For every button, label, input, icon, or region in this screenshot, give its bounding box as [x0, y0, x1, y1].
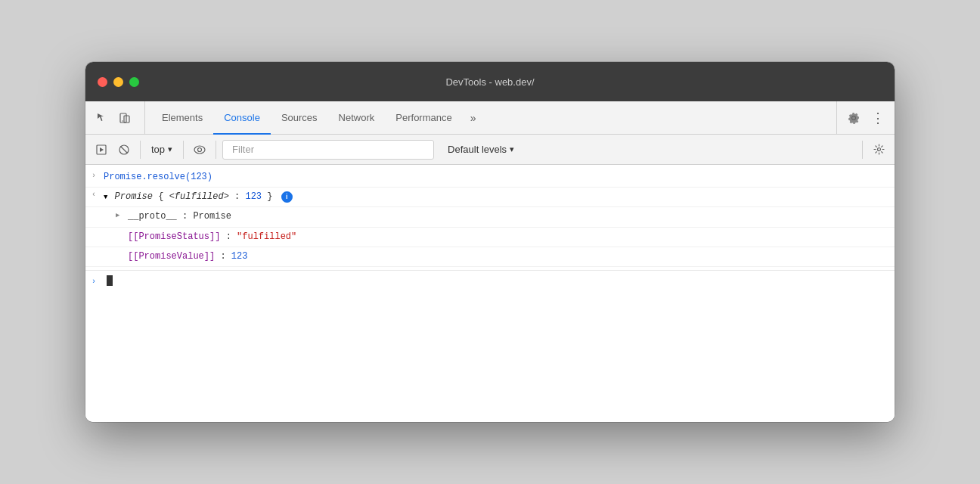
window-title: DevTools - web.dev/ — [445, 76, 534, 88]
tab-performance[interactable]: Performance — [385, 101, 462, 135]
console-output-code: Promise { <fulfilled> : 123 } i — [104, 190, 889, 204]
promise-close-brace: } — [267, 191, 272, 202]
proto-sep: : — [182, 211, 193, 222]
console-output-row: ‹ Promise { <fulfilled> : 123 } i — [85, 188, 895, 207]
console-input-code: Promise.resolve(123) — [104, 170, 889, 185]
tabbar-right: ⋮ — [836, 101, 889, 134]
default-levels-arrow: ▾ — [510, 144, 514, 154]
promise-colon: : — [234, 191, 245, 202]
default-levels-dropdown[interactable]: Default levels ▾ — [443, 142, 519, 157]
input-arrow: › — [91, 170, 104, 180]
promise-status-code: [[PromiseStatus]] : "fulfilled" — [128, 230, 889, 244]
proto-row: __proto__ : Promise — [85, 207, 895, 227]
promise-value-row: [[PromiseValue]] : 123 — [85, 247, 895, 267]
output-arrow: ‹ — [91, 190, 104, 199]
code-num: 123 — [191, 172, 207, 182]
status-key: [[PromiseStatus]] — [128, 231, 220, 242]
status-sep: : — [226, 231, 237, 242]
filter-area — [222, 140, 434, 160]
clear-icon[interactable] — [114, 140, 134, 160]
svg-rect-0 — [120, 113, 126, 123]
run-icon[interactable] — [91, 140, 111, 160]
console-toolbar: top ▾ Default levels ▾ — [85, 135, 895, 165]
proto-arrow-icon — [116, 211, 119, 219]
device-icon[interactable] — [114, 107, 135, 129]
promise-brace: { — [158, 191, 163, 202]
svg-point-7 — [877, 148, 880, 151]
tab-elements[interactable]: Elements — [151, 101, 213, 135]
svg-point-5 — [194, 146, 205, 154]
cursor-arrow: › — [91, 276, 104, 286]
promise-value-code: [[PromiseValue]] : 123 — [128, 250, 889, 264]
separator-1 — [140, 141, 141, 159]
value-arrow — [116, 250, 128, 251]
separator-3 — [216, 141, 216, 159]
more-options-icon[interactable]: ⋮ — [867, 107, 889, 129]
cursor — [107, 275, 113, 286]
filter-input[interactable] — [229, 142, 427, 157]
proto-val: Promise — [193, 211, 231, 222]
devtools-window: DevTools - web.dev/ Elements Console — [85, 62, 895, 422]
status-arrow — [116, 230, 128, 231]
tab-network[interactable]: Network — [328, 101, 386, 135]
console-settings-icon[interactable] — [869, 140, 889, 160]
traffic-lights — [98, 77, 139, 87]
close-button[interactable] — [98, 77, 107, 87]
eye-icon[interactable] — [190, 140, 209, 160]
promise-label: Promise — [115, 191, 159, 202]
tabbar-icons — [91, 101, 145, 134]
cursor-row[interactable]: › — [85, 270, 895, 291]
info-badge[interactable]: i — [281, 191, 293, 203]
value-val: 123 — [231, 251, 248, 262]
tab-more-button[interactable]: » — [463, 101, 484, 134]
maximize-button[interactable] — [129, 77, 139, 87]
proto-code: __proto__ : Promise — [128, 209, 889, 224]
expand-icon[interactable] — [104, 192, 107, 203]
proto-expand-icon[interactable] — [116, 209, 128, 219]
separator-2 — [183, 141, 184, 159]
status-value: "fulfilled" — [237, 231, 296, 242]
svg-point-6 — [198, 147, 202, 151]
tab-console[interactable]: Console — [213, 101, 271, 135]
promise-status-row: [[PromiseStatus]] : "fulfilled" — [85, 228, 895, 247]
value-sep: : — [220, 251, 231, 262]
minimize-button[interactable] — [113, 77, 123, 87]
proto-key: __proto__ — [128, 211, 177, 222]
promise-value: 123 — [245, 191, 262, 202]
titlebar: DevTools - web.dev/ — [85, 62, 895, 101]
tab-sources[interactable]: Sources — [271, 101, 328, 135]
tabbar: Elements Console Sources Network Perform… — [85, 101, 895, 135]
inspect-icon[interactable] — [91, 107, 113, 129]
code-paren: ) — [207, 172, 212, 182]
value-key: [[PromiseValue]] — [128, 251, 215, 262]
console-input-row: › Promise.resolve(123) — [85, 168, 895, 188]
context-arrow: ▾ — [168, 144, 172, 154]
context-selector[interactable]: top ▾ — [147, 142, 177, 157]
settings-icon[interactable] — [843, 107, 864, 129]
console-content: › Promise.resolve(123) ‹ Promise { <fulf… — [85, 165, 895, 422]
separator-4 — [862, 141, 863, 159]
promise-inner: <fulfilled> — [169, 191, 229, 202]
code-text: Promise.resolve( — [104, 172, 191, 182]
